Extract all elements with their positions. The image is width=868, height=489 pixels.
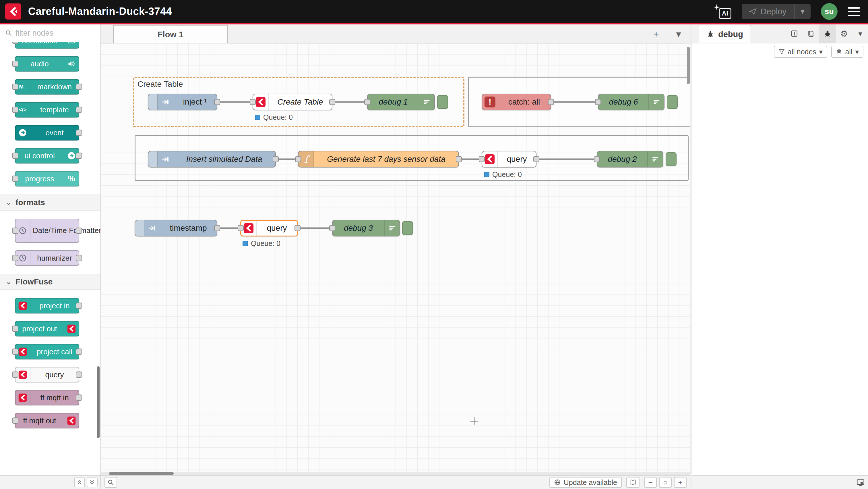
input-port[interactable] bbox=[12, 61, 19, 67]
flow-canvas[interactable]: Create Table bbox=[101, 44, 690, 475]
palette-node-project-out[interactable]: project out bbox=[15, 321, 79, 337]
main-menu-button[interactable] bbox=[848, 7, 860, 16]
flow-tab[interactable]: Flow 1 bbox=[113, 25, 228, 44]
palette-node-event[interactable]: event bbox=[15, 125, 79, 141]
flowfuse-logo-icon[interactable] bbox=[5, 3, 21, 20]
node-debug-1[interactable]: debug 1 bbox=[367, 94, 435, 110]
palette-node-project-call[interactable]: project call bbox=[15, 344, 79, 359]
input-port[interactable] bbox=[12, 255, 19, 261]
node-create-table[interactable]: Create Table bbox=[253, 94, 332, 110]
input-port[interactable] bbox=[364, 99, 370, 105]
output-port[interactable] bbox=[76, 303, 82, 309]
canvas-vertical-scrollbar[interactable] bbox=[687, 44, 690, 89]
deploy-main[interactable]: Deploy bbox=[742, 7, 794, 17]
input-port[interactable] bbox=[479, 156, 485, 162]
palette-node-query[interactable]: query bbox=[15, 367, 79, 382]
palette-scrollbar[interactable] bbox=[97, 366, 100, 438]
node-debug-3[interactable]: debug 3 bbox=[332, 220, 400, 236]
deploy-button[interactable]: Deploy ▾ bbox=[742, 4, 811, 19]
input-port[interactable] bbox=[329, 225, 335, 231]
output-port[interactable] bbox=[76, 348, 82, 355]
user-avatar[interactable]: su bbox=[821, 3, 838, 20]
input-port[interactable] bbox=[594, 156, 600, 162]
input-port[interactable] bbox=[12, 107, 19, 113]
debug-enable-toggle[interactable] bbox=[402, 221, 413, 235]
input-port[interactable] bbox=[12, 228, 19, 234]
output-port[interactable] bbox=[76, 372, 82, 378]
output-port[interactable] bbox=[214, 99, 220, 105]
output-port[interactable] bbox=[76, 84, 82, 90]
config-tab-button[interactable]: ⚙ bbox=[836, 24, 852, 43]
expand-categories-button[interactable] bbox=[87, 478, 98, 487]
debug-enable-toggle[interactable] bbox=[437, 95, 448, 109]
output-port[interactable] bbox=[76, 228, 82, 234]
update-available-badge[interactable]: Update available bbox=[549, 477, 622, 488]
output-port[interactable] bbox=[76, 130, 82, 136]
inject-button[interactable] bbox=[135, 220, 144, 236]
add-flow-button[interactable]: + bbox=[650, 27, 662, 41]
node-debug-2[interactable]: debug 2 bbox=[597, 151, 663, 168]
node-insert-simulated-data[interactable]: Insert simulated Data bbox=[148, 151, 276, 168]
sidebar-tab-debug[interactable]: debug bbox=[699, 25, 751, 43]
navigator-toggle-button[interactable] bbox=[626, 477, 640, 488]
input-port[interactable] bbox=[12, 348, 19, 355]
zoom-in-button[interactable]: + bbox=[674, 477, 687, 488]
palette-node-project-in[interactable]: project in bbox=[15, 298, 79, 313]
node-query-2[interactable]: query bbox=[482, 151, 536, 168]
debug-tab-button[interactable] bbox=[819, 24, 836, 43]
palette-section-flowfuse[interactable]: ⌄ FlowFuse bbox=[0, 274, 100, 290]
output-port[interactable] bbox=[76, 152, 82, 159]
input-port[interactable] bbox=[250, 99, 256, 105]
output-port[interactable] bbox=[329, 99, 335, 105]
node-query-3-selected[interactable]: query bbox=[240, 220, 298, 236]
palette-section-formats[interactable]: ⌄ formats bbox=[0, 195, 100, 210]
input-port[interactable] bbox=[12, 152, 19, 159]
sidebar-menu-caret[interactable]: ▾ bbox=[852, 29, 868, 38]
open-console-button[interactable] bbox=[857, 478, 865, 486]
palette-node-datetime-formatter[interactable]: Date/Time Formatter bbox=[15, 219, 79, 243]
palette-node-ff-mqtt-out[interactable]: ff mqtt out bbox=[15, 413, 79, 428]
palette-filter-input[interactable] bbox=[16, 29, 87, 38]
output-port[interactable] bbox=[273, 156, 279, 162]
output-port[interactable] bbox=[214, 225, 220, 231]
canvas-search-button[interactable] bbox=[104, 477, 117, 488]
output-port[interactable] bbox=[456, 156, 462, 162]
info-tab-button[interactable] bbox=[786, 24, 803, 43]
input-port[interactable] bbox=[12, 325, 19, 332]
palette-node-template[interactable]: </> template bbox=[15, 102, 79, 117]
output-port[interactable] bbox=[294, 225, 301, 231]
palette-node-humanizer[interactable]: humanizer bbox=[15, 250, 79, 266]
node-generate-sensor-data[interactable]: f Generate last 7 days sensor data bbox=[298, 151, 459, 168]
canvas-horizontal-scrollbar[interactable] bbox=[101, 472, 690, 475]
ai-assistant-button[interactable]: AI bbox=[713, 3, 732, 20]
palette-node-ui-control[interactable]: ui control bbox=[15, 148, 79, 164]
deploy-options-caret[interactable]: ▾ bbox=[794, 4, 811, 19]
sidebar-splitter[interactable] bbox=[690, 24, 692, 489]
output-port[interactable] bbox=[533, 156, 539, 162]
input-port[interactable] bbox=[595, 99, 601, 105]
debug-enable-toggle[interactable] bbox=[667, 95, 678, 109]
help-tab-button[interactable] bbox=[803, 24, 819, 43]
flow-list-caret[interactable]: ▾ bbox=[672, 27, 685, 41]
output-port[interactable] bbox=[76, 255, 82, 261]
output-port[interactable] bbox=[548, 99, 554, 105]
output-port[interactable] bbox=[76, 395, 82, 401]
node-inject-1[interactable]: inject ¹ bbox=[148, 94, 217, 110]
zoom-out-button[interactable]: − bbox=[644, 477, 657, 488]
inject-button[interactable] bbox=[148, 151, 158, 167]
debug-filter-button[interactable]: all nodes ▾ bbox=[774, 46, 828, 58]
collapse-categories-button[interactable] bbox=[74, 478, 85, 487]
input-port[interactable] bbox=[12, 42, 19, 44]
input-port[interactable] bbox=[12, 372, 19, 378]
palette-node-progress[interactable]: progress % bbox=[15, 171, 79, 186]
node-debug-6[interactable]: debug 6 bbox=[598, 94, 664, 110]
debug-enable-toggle[interactable] bbox=[665, 152, 677, 166]
input-port[interactable] bbox=[238, 225, 244, 231]
palette-node-ff-mqtt-in[interactable]: ff mqtt in bbox=[15, 390, 79, 405]
node-catch-all[interactable]: ! catch: all bbox=[482, 94, 551, 110]
palette-node-markdown[interactable]: M↓ markdown bbox=[15, 79, 79, 94]
palette-node-audio[interactable]: audio bbox=[15, 56, 79, 71]
input-port[interactable] bbox=[295, 156, 301, 162]
palette-node-notification[interactable]: notification bbox=[15, 42, 79, 49]
inject-button[interactable] bbox=[148, 94, 158, 110]
